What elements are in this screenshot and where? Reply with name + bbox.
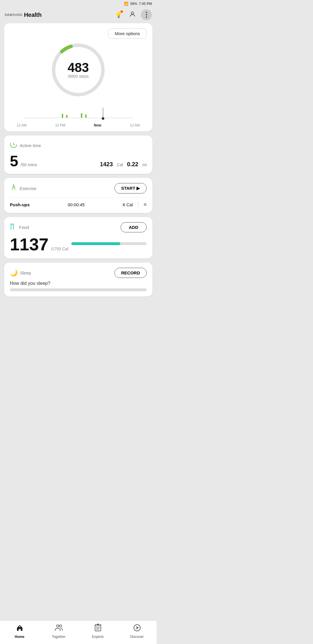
active-calories-value: 1423 <box>100 161 113 168</box>
food-goal: /1750 Cal <box>51 247 68 251</box>
battery-label: 56% <box>130 2 137 6</box>
time-label: 7:45 PM <box>139 2 152 6</box>
timeline-now: Now <box>94 123 101 127</box>
food-add-button[interactable]: ADD <box>121 222 147 232</box>
main-scroll-content: More options 483 /6800 steps <box>0 23 156 324</box>
active-time-title: Active time <box>20 143 41 148</box>
food-title: Food <box>19 225 29 230</box>
wifi-icon: 📶 <box>124 2 128 6</box>
app-header: SAMSUNG Health 💡 ⋮ <box>0 8 156 23</box>
more-icon: ⋮ <box>143 11 150 19</box>
food-icon <box>10 223 17 232</box>
food-progress-bar <box>71 242 147 245</box>
active-distance-unit: mi <box>142 162 147 167</box>
exercise-log-name: Push-ups <box>10 202 30 207</box>
exercise-title: Exercise <box>20 186 37 191</box>
logo-samsung: SAMSUNG <box>5 13 23 17</box>
profile-button[interactable] <box>127 9 138 20</box>
header-icon-group: 💡 ⋮ <box>113 9 152 20</box>
timeline-12pm: 12 PM <box>55 123 65 127</box>
timeline-12am-start: 12 AM <box>17 123 27 127</box>
steps-count: 483 <box>68 61 89 74</box>
more-menu-button[interactable]: ⋮ <box>141 9 152 20</box>
timeline-12am-end: 12 AM <box>130 123 140 127</box>
sleep-title: Sleep <box>20 270 31 275</box>
food-card: Food ADD 1137 /1750 Cal <box>4 217 152 258</box>
status-bar: 📶 56% 7:45 PM <box>0 0 156 8</box>
exercise-list-icon[interactable]: ≡ <box>143 202 147 208</box>
profile-icon <box>129 11 136 19</box>
steps-timeline: 12 AM 12 PM Now 12 AM <box>10 105 147 127</box>
active-time-unit: /50 mins <box>21 162 37 167</box>
app-logo: SAMSUNG Health <box>5 12 42 18</box>
active-time-card: Active time 5 /50 mins 1423 Cal 0.22 mi <box>4 135 152 174</box>
steps-card: More options 483 /6800 steps <box>4 23 152 131</box>
exercise-log-time: 00:00:45 <box>68 202 85 207</box>
notification-dot <box>121 10 123 13</box>
exercise-log-cal: 6 Cal <box>123 202 133 207</box>
food-value: 1137 <box>10 236 48 253</box>
food-progress-fill <box>71 242 120 245</box>
steps-ring[interactable]: 483 /6800 steps <box>49 41 107 99</box>
more-options-button[interactable]: More options <box>108 28 147 39</box>
sleep-icon: 🌙 <box>10 269 18 277</box>
exercise-icon <box>10 184 17 193</box>
active-time-value: 5 <box>10 153 18 169</box>
svg-point-4 <box>13 184 14 186</box>
sleep-progress-bar <box>10 288 147 291</box>
active-time-icon <box>10 141 17 150</box>
logo-health: Health <box>24 12 42 18</box>
active-distance-value: 0.22 <box>127 161 138 168</box>
sleep-question: How did you sleep? <box>10 281 147 286</box>
svg-point-0 <box>131 12 134 14</box>
steps-goal: /6800 steps <box>68 74 89 79</box>
lightbulb-button[interactable]: 💡 <box>113 9 124 20</box>
exercise-card: Exercise START ▶ Push-ups 00:00:45 6 Cal… <box>4 178 152 213</box>
sleep-card: 🌙 Sleep RECORD How did you sleep? <box>4 263 152 296</box>
exercise-start-button[interactable]: START ▶ <box>114 183 147 193</box>
timeline-labels: 12 AM 12 PM Now 12 AM <box>17 123 140 127</box>
sleep-record-button[interactable]: RECORD <box>114 268 147 278</box>
active-calories-unit: Cal <box>117 162 123 167</box>
